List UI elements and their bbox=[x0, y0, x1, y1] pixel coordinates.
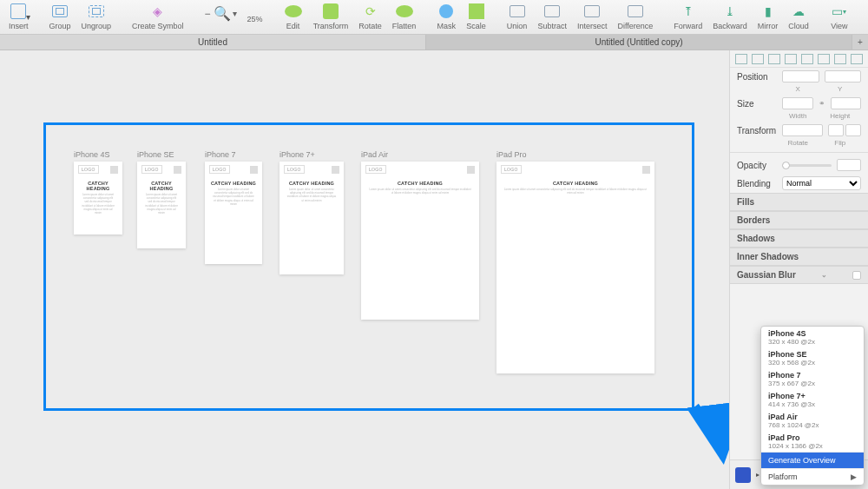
inner-shadows-section[interactable]: Inner Shadows bbox=[730, 248, 868, 266]
artboard-iphone-se[interactable]: iPhone SELOGOCATCHY HEADINGLorem ipsum d… bbox=[137, 150, 186, 248]
align-bottom-icon[interactable] bbox=[818, 54, 830, 64]
generate-overview-item[interactable]: Generate Overview bbox=[761, 452, 864, 468]
platform-item[interactable]: Platform▶ bbox=[761, 468, 864, 485]
logo-label: LOGO bbox=[365, 165, 386, 174]
distribute-v-icon[interactable] bbox=[851, 54, 863, 64]
intersect-button[interactable]: Intersect bbox=[572, 2, 613, 30]
logo-label: LOGO bbox=[78, 165, 99, 174]
artboard-ipad-air[interactable]: iPad AirLOGOCATCHY HEADINGLorem ipsum do… bbox=[361, 150, 479, 320]
logo-label: LOGO bbox=[209, 165, 230, 174]
difference-icon bbox=[626, 2, 645, 21]
cloud-button[interactable]: ☁Cloud bbox=[783, 2, 814, 30]
menu-icon bbox=[332, 166, 339, 174]
artboard-iphone-7[interactable]: iPhone 7LOGOCATCHY HEADINGLorem ipsum do… bbox=[205, 150, 262, 264]
device-option[interactable]: iPhone SE320 x 568 @2x bbox=[761, 347, 864, 368]
scale-button[interactable]: Scale bbox=[461, 2, 491, 30]
align-vcenter-icon[interactable] bbox=[801, 54, 813, 64]
flatten-button[interactable]: Flatten bbox=[387, 2, 422, 30]
fills-section[interactable]: Fills bbox=[730, 193, 868, 211]
lock-icon[interactable]: ⚭ bbox=[819, 99, 825, 108]
mask-icon bbox=[437, 2, 456, 21]
blur-checkbox[interactable] bbox=[852, 271, 861, 280]
opacity-value[interactable] bbox=[837, 159, 861, 171]
edit-button[interactable]: Edit bbox=[279, 2, 308, 30]
position-y-input[interactable] bbox=[825, 70, 862, 83]
transform-label: Transform bbox=[737, 126, 777, 135]
union-button[interactable]: Union bbox=[502, 2, 533, 30]
device-option[interactable]: iPhone 7375 x 667 @2x bbox=[761, 368, 864, 389]
catchy-heading: CATCHY HEADING bbox=[141, 181, 181, 191]
mask-button[interactable]: Mask bbox=[431, 2, 461, 30]
menu-icon bbox=[250, 166, 258, 174]
flip-h-button[interactable] bbox=[828, 124, 844, 136]
device-option[interactable]: iPhone 4S320 x 480 @2x bbox=[761, 327, 864, 347]
rotate-button[interactable]: ⟳Rotate bbox=[353, 2, 387, 30]
gaussian-blur-section[interactable]: Gaussian Blur⌄ bbox=[730, 266, 868, 284]
body-text: Lorem ipsum dolor sit amet consectetur a… bbox=[496, 188, 654, 200]
opacity-slider[interactable] bbox=[782, 164, 832, 167]
catchy-heading: CATCHY HEADING bbox=[284, 181, 339, 186]
export-button[interactable]: ⇧Export bbox=[865, 2, 868, 30]
distribute-h-icon[interactable] bbox=[834, 54, 846, 64]
tab-untitled-1[interactable]: Untitled bbox=[0, 35, 426, 50]
forward-button[interactable]: ⤒Forward bbox=[668, 2, 707, 30]
flatten-icon bbox=[395, 2, 414, 21]
mirror-button[interactable]: ▮Mirror bbox=[753, 2, 784, 30]
blending-label: Blending bbox=[737, 179, 777, 188]
insert-button[interactable]: ▾ Insert bbox=[3, 2, 34, 30]
backward-button[interactable]: ⤓Backward bbox=[707, 2, 753, 30]
artboard-iphone-7+[interactable]: iPhone 7+LOGOCATCHY HEADINGLorem ipsum d… bbox=[279, 150, 344, 274]
blending-select[interactable]: Normal bbox=[782, 176, 861, 190]
body-text: Lorem ipsum dolor sit amet consectetur a… bbox=[279, 188, 344, 208]
ungroup-button[interactable]: Ungroup bbox=[76, 2, 117, 30]
tab-add-button[interactable]: + bbox=[852, 35, 868, 50]
artboard-ipad-pro[interactable]: iPad ProLOGOCATCHY HEADINGLorem ipsum do… bbox=[496, 150, 654, 373]
device-option[interactable]: iPhone 7+414 x 736 @3x bbox=[761, 389, 864, 410]
forward-icon: ⤒ bbox=[679, 2, 698, 21]
device-option[interactable]: iPad Air768 x 1024 @2x bbox=[761, 410, 864, 431]
plugin-icon[interactable] bbox=[735, 467, 751, 483]
alignment-controls[interactable] bbox=[730, 50, 868, 68]
body-text: Lorem ipsum dolor sit amet consectetur a… bbox=[205, 188, 262, 211]
transform-button[interactable]: Transform bbox=[308, 2, 354, 30]
align-right-icon[interactable] bbox=[768, 54, 780, 64]
position-label: Position bbox=[737, 72, 777, 82]
artboard-iphone-4s[interactable]: iPhone 4SLOGOCATCHY HEADINGLorem ipsum d… bbox=[74, 150, 122, 235]
catchy-heading: CATCHY HEADING bbox=[209, 181, 258, 186]
shadows-section[interactable]: Shadows bbox=[730, 229, 868, 248]
difference-button[interactable]: Difference bbox=[612, 2, 658, 30]
symbol-icon: ◈ bbox=[148, 2, 168, 21]
subtract-button[interactable]: Subtract bbox=[532, 2, 572, 30]
catchy-heading: CATCHY HEADING bbox=[78, 181, 118, 191]
body-text: Lorem ipsum dolor sit amet consectetur a… bbox=[137, 193, 186, 220]
borders-section[interactable]: Borders bbox=[730, 211, 868, 229]
logo-label: LOGO bbox=[501, 165, 522, 174]
rotate-input[interactable] bbox=[782, 124, 823, 136]
artboard-title: iPhone 7 bbox=[205, 150, 262, 159]
size-height-input[interactable] bbox=[831, 97, 862, 109]
intersect-icon bbox=[582, 2, 602, 21]
view-icon: ▭▾ bbox=[830, 2, 849, 21]
inspector-panel: Position XY Size⚭ WidthHeight Transform … bbox=[729, 50, 868, 489]
backward-icon: ⤓ bbox=[720, 2, 740, 21]
align-left-icon[interactable] bbox=[735, 54, 747, 64]
device-option[interactable]: iPad Pro1024 x 1366 @2x bbox=[761, 431, 864, 452]
flip-v-button[interactable] bbox=[845, 124, 861, 136]
align-top-icon[interactable] bbox=[785, 54, 797, 64]
create-symbol-button[interactable]: ◈Create Symbol bbox=[127, 2, 189, 30]
zoom-control[interactable]: − 🔍 ▾ bbox=[200, 2, 242, 22]
group-button[interactable]: Group bbox=[44, 2, 76, 30]
artboard-title: iPad Air bbox=[361, 150, 479, 159]
artboard-title: iPhone 7+ bbox=[279, 150, 344, 159]
subtract-icon bbox=[542, 2, 562, 21]
submenu-arrow-icon: ▶ bbox=[851, 472, 857, 481]
position-x-input[interactable] bbox=[782, 70, 819, 83]
view-button[interactable]: ▭▾View bbox=[825, 2, 854, 30]
size-width-input[interactable] bbox=[782, 97, 813, 109]
canvas[interactable]: iPhone 4SLOGOCATCHY HEADINGLorem ipsum d… bbox=[0, 50, 729, 489]
align-hcenter-icon[interactable] bbox=[752, 54, 764, 64]
tab-bar: Untitled Untitled (Untitled copy) + bbox=[0, 35, 868, 50]
group-icon bbox=[50, 2, 69, 21]
tab-untitled-2[interactable]: Untitled (Untitled copy) bbox=[426, 35, 852, 50]
catchy-heading: CATCHY HEADING bbox=[365, 181, 475, 186]
